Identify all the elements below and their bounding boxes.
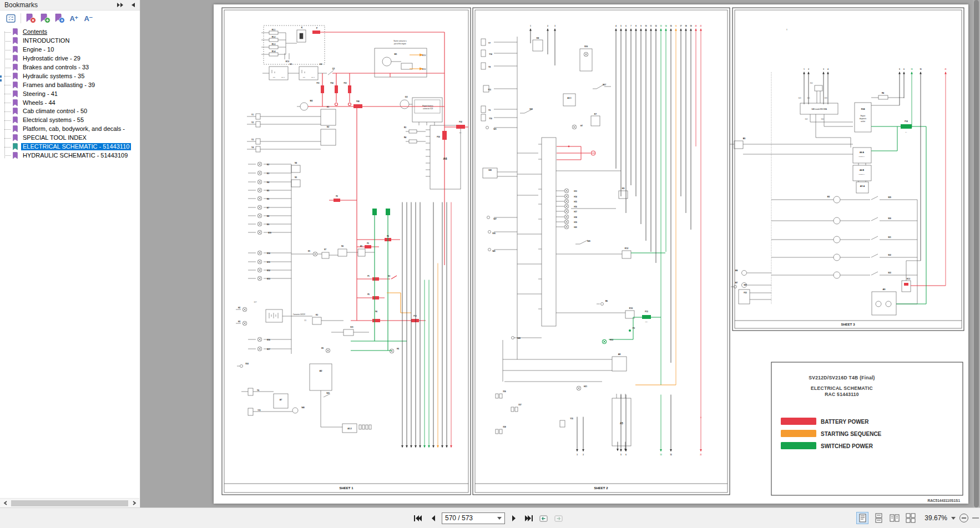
svg-text:S27: S27 <box>493 218 497 220</box>
svg-text:X36: X36 <box>503 390 506 393</box>
svg-text:F40: F40 <box>356 100 360 103</box>
bookmark-item[interactable]: SPECIAL TOOL INDEX <box>0 134 140 143</box>
svg-text:21: 21 <box>700 25 702 27</box>
page-number-input[interactable]: 570 / 573 <box>442 512 505 524</box>
next-view-icon[interactable] <box>553 512 565 524</box>
svg-text:6: 6 <box>625 454 627 456</box>
bookmarks-tree: Contents INTRODUCTION Engine - 10 Hydros… <box>0 26 140 160</box>
svg-text:!: ! <box>786 28 787 31</box>
svg-text:S17: S17 <box>603 84 606 86</box>
svg-text:F30: F30 <box>437 136 440 138</box>
svg-text:A4.B: A4.B <box>860 169 864 171</box>
svg-text:19: 19 <box>690 25 692 27</box>
svg-text:H14: H14 <box>574 196 577 198</box>
scrollbar-thumb[interactable] <box>974 0 979 507</box>
svg-text:M7: M7 <box>735 282 738 284</box>
svg-text:7.5A: 7.5A <box>645 321 648 323</box>
sheet2-red-dot <box>568 146 570 148</box>
chevron-down-icon[interactable] <box>497 517 502 520</box>
bookmark-item[interactable]: Cab climate control - 50 <box>0 107 140 116</box>
bookmark-item[interactable]: INTRODUCTION <box>0 37 140 45</box>
svg-text:connector X23: connector X23 <box>423 108 433 110</box>
zoom-dropdown-icon[interactable] <box>951 517 956 520</box>
bookmark-item[interactable]: Contents <box>0 28 140 37</box>
svg-text:3: 3 <box>823 68 824 70</box>
last-page-icon[interactable] <box>523 512 535 524</box>
zoom-out-button[interactable] <box>959 514 968 522</box>
svg-text:K12: K12 <box>625 247 628 250</box>
bookmark-item[interactable]: Hydraulic systems - 35 <box>0 72 140 80</box>
bookmarks-horizontal-scrollbar[interactable] <box>0 498 139 507</box>
svg-text:17: 17 <box>680 25 682 27</box>
increase-text-size-icon[interactable]: A⁺ <box>67 12 81 25</box>
svg-text:ECU: ECU <box>422 68 426 70</box>
svg-text:3: 3 <box>554 25 555 27</box>
svg-text:15: 15 <box>670 25 672 27</box>
collapse-panel-icon[interactable] <box>129 1 138 9</box>
svg-text:4: 4 <box>827 68 829 70</box>
goto-bookmark-icon[interactable] <box>52 12 67 25</box>
svg-text:H1: H1 <box>308 250 310 252</box>
svg-text:11: 11 <box>650 25 652 27</box>
svg-text:R1.1: R1.1 <box>272 29 276 31</box>
bookmark-item[interactable]: ELECTRICAL SCHEMATIC - 51443110 <box>0 143 140 151</box>
bookmark-item[interactable]: Engine - 10 <box>0 45 140 54</box>
bookmark-item[interactable]: Brakes and controls - 33 <box>0 63 140 72</box>
two-page-icon[interactable] <box>888 512 901 524</box>
hidden-panel-ticks <box>0 75 2 83</box>
svg-text:Y15: Y15 <box>570 418 573 420</box>
bookmark-icon <box>12 37 18 44</box>
svg-text:S33: S33 <box>888 272 891 274</box>
svg-text:Converter 24/12V: Converter 24/12V <box>293 313 305 316</box>
bookmark-icon <box>12 108 18 115</box>
single-page-icon[interactable] <box>856 512 868 524</box>
status-bar: 570 / 573 39.67% <box>0 507 980 528</box>
svg-text:A5: A5 <box>620 422 623 425</box>
next-page-icon[interactable] <box>508 512 520 524</box>
decrease-text-size-icon[interactable]: A⁻ <box>81 12 95 25</box>
svg-text:S6: S6 <box>341 245 343 247</box>
svg-text:Y2: Y2 <box>251 121 254 124</box>
bookmark-item[interactable]: Hydrostatic drive - 29 <box>0 54 140 63</box>
svg-text:E3: E3 <box>267 172 269 175</box>
svg-text:F31: F31 <box>316 82 320 84</box>
delete-bookmark-icon[interactable] <box>23 12 38 25</box>
bookmark-item[interactable]: HYDRAULIC SCHEMATIC - 51443109 <box>0 151 140 160</box>
bookmark-icon <box>12 116 18 124</box>
expand-panels-icon[interactable] <box>115 1 124 9</box>
bookmark-item[interactable]: Platform, cab, bodywork, and decals - <box>0 125 140 134</box>
svg-text:1: 1 <box>804 68 805 70</box>
svg-text:21: 21 <box>944 68 947 70</box>
scrollbar-thumb[interactable] <box>11 500 128 506</box>
continuous-scroll-icon[interactable] <box>872 512 885 524</box>
bookmark-item[interactable]: Frames and ballasting - 39 <box>0 80 140 89</box>
new-bookmark-icon[interactable] <box>38 12 52 25</box>
zoom-level-value[interactable]: 39.67% <box>921 514 947 522</box>
svg-text:Y13: Y13 <box>488 89 491 91</box>
svg-text:S1: S1 <box>327 106 329 108</box>
svg-text:R1.4: R1.4 <box>272 50 276 53</box>
bookmark-item[interactable]: Wheels - 44 <box>0 98 140 107</box>
document-vertical-scrollbar[interactable] <box>973 0 980 507</box>
svg-text:MURPHY: MURPHY <box>859 174 865 175</box>
page-footer-code: RAC51443110S1S1 <box>927 499 960 502</box>
scroll-left-icon[interactable] <box>1 500 9 507</box>
svg-text:H12: H12 <box>610 339 613 341</box>
scroll-right-icon[interactable] <box>130 500 138 507</box>
bookmark-item[interactable]: Steering - 41 <box>0 89 140 98</box>
previous-page-icon[interactable] <box>427 512 439 524</box>
svg-text:2: 2 <box>808 68 809 70</box>
bookmark-options-icon[interactable] <box>4 12 18 25</box>
svg-text:S2: S2 <box>327 126 329 128</box>
svg-text:88Ah: 88Ah <box>281 77 285 78</box>
svg-text:16: 16 <box>675 25 677 27</box>
zoom-slider-track[interactable] <box>972 517 979 519</box>
two-page-scroll-icon[interactable] <box>905 512 917 524</box>
legend-swatch-switched <box>781 442 816 449</box>
previous-view-icon[interactable] <box>538 512 550 524</box>
first-page-icon[interactable] <box>412 512 424 524</box>
svg-text:M1: M1 <box>395 53 397 55</box>
svg-text:F13: F13 <box>645 311 648 313</box>
svg-text:H7: H7 <box>580 125 583 127</box>
bookmark-item[interactable]: Electrical systems - 55 <box>0 116 140 125</box>
